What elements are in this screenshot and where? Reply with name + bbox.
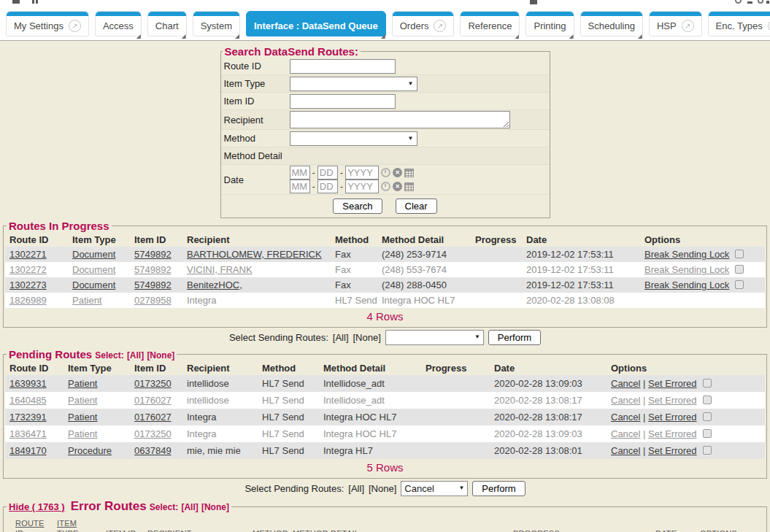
route-id-link[interactable]: 1836471 bbox=[9, 428, 47, 439]
cancel-link[interactable]: Cancel bbox=[611, 412, 640, 423]
item-type-select[interactable]: ▼ bbox=[290, 77, 417, 91]
search-button[interactable]: Search bbox=[333, 198, 382, 214]
clear-date-icon[interactable]: ✕ bbox=[393, 168, 402, 177]
select-all-sending-link[interactable]: [All] bbox=[333, 332, 349, 343]
item-type-link[interactable]: Procedure bbox=[68, 445, 112, 456]
cancel-link[interactable]: Cancel bbox=[611, 428, 640, 439]
tab-enc-types[interactable]: Enc. Types↗ bbox=[708, 11, 770, 36]
select-all-pending-link[interactable]: [All] bbox=[127, 350, 144, 361]
tab-system[interactable]: System bbox=[193, 11, 240, 36]
clear-date-icon[interactable]: ✕ bbox=[393, 182, 402, 191]
item-id-link[interactable]: 5749892 bbox=[134, 280, 172, 290]
item-type-link[interactable]: Patient bbox=[72, 295, 101, 306]
clear-button[interactable]: Clear bbox=[396, 198, 437, 214]
recipient-textarea[interactable] bbox=[290, 111, 510, 128]
tab-scheduling[interactable]: Scheduling bbox=[580, 11, 643, 36]
tab-reference[interactable]: Reference bbox=[460, 11, 520, 36]
tab-hsp[interactable]: HSP↗ bbox=[649, 11, 702, 36]
cancel-link[interactable]: Cancel bbox=[611, 395, 640, 406]
date-end-day-input[interactable] bbox=[317, 180, 338, 193]
pending-action-select[interactable]: Cancel ▼ bbox=[401, 481, 468, 496]
route-id-link[interactable]: 1732391 bbox=[9, 412, 47, 423]
item-id-link[interactable]: 0278958 bbox=[134, 295, 172, 306]
select-none-pending-ctrl-link[interactable]: [None] bbox=[369, 483, 396, 494]
tab-printing[interactable]: Printing bbox=[525, 11, 574, 36]
item-id-link[interactable]: 0176027 bbox=[134, 412, 172, 423]
item-type-link[interactable]: Patient bbox=[68, 428, 97, 439]
recipient-link[interactable]: BARTHOLOMEW, FREDERICK bbox=[187, 249, 322, 260]
set-errored-link[interactable]: Set Errored bbox=[648, 412, 696, 423]
date-start-year-input[interactable] bbox=[345, 166, 379, 180]
row-checkbox[interactable] bbox=[735, 265, 744, 274]
set-errored-link[interactable]: Set Errored bbox=[648, 428, 696, 439]
set-errored-link[interactable]: Set Errored bbox=[648, 395, 696, 406]
item-id-link[interactable]: 0173250 bbox=[134, 378, 172, 389]
row-checkbox[interactable] bbox=[703, 446, 712, 455]
item-id-link[interactable]: 0637849 bbox=[134, 445, 172, 456]
break-sending-lock-link[interactable]: Break Sending Lock bbox=[644, 280, 729, 290]
item-type-link[interactable]: Patient bbox=[68, 412, 97, 423]
item-type-link[interactable]: Document bbox=[72, 280, 115, 290]
select-all-error-link[interactable]: [All] bbox=[181, 502, 198, 512]
external-link-icon[interactable]: ↗ bbox=[69, 20, 81, 32]
item-id-link[interactable]: 5749892 bbox=[134, 264, 172, 275]
row-checkbox[interactable] bbox=[735, 280, 744, 289]
set-errored-link[interactable]: Set Errored bbox=[648, 378, 696, 389]
date-start-month-input[interactable] bbox=[290, 166, 310, 180]
hide-error-routes-link[interactable]: Hide ( 1763 ) bbox=[9, 501, 65, 512]
tab-orders[interactable]: Orders↗ bbox=[392, 11, 455, 36]
calendar-icon[interactable] bbox=[404, 169, 414, 177]
sending-action-select[interactable]: ▼ bbox=[385, 330, 484, 345]
route-id-link[interactable]: 1640485 bbox=[9, 395, 47, 406]
set-errored-link[interactable]: Set Errored bbox=[648, 445, 696, 456]
column-header-item-id[interactable]: ITEM ID bbox=[101, 527, 143, 532]
break-sending-lock-link[interactable]: Break Sending Lock bbox=[644, 249, 729, 260]
select-none-error-link[interactable]: [None] bbox=[201, 502, 229, 512]
route-id-link[interactable]: 1302272 bbox=[9, 264, 47, 275]
calendar-icon[interactable] bbox=[404, 182, 414, 191]
date-end-year-input[interactable] bbox=[345, 180, 379, 193]
clock-icon[interactable] bbox=[381, 168, 390, 177]
external-link-icon[interactable]: ↗ bbox=[434, 20, 446, 32]
column-header-route-id[interactable]: ROUTE ID bbox=[5, 517, 53, 532]
route-id-link[interactable]: 1302271 bbox=[9, 249, 47, 260]
route-id-link[interactable]: 1302273 bbox=[9, 280, 47, 290]
recipient-link[interactable]: BenitezHOC, bbox=[187, 280, 242, 290]
select-none-pending-link[interactable]: [None] bbox=[147, 350, 174, 361]
recipient-link[interactable]: VICINI, FRANK bbox=[187, 264, 253, 275]
row-checkbox[interactable] bbox=[703, 396, 712, 404]
route-id-input[interactable] bbox=[290, 59, 396, 74]
date-start-day-input[interactable] bbox=[317, 166, 338, 180]
cancel-link[interactable]: Cancel bbox=[611, 378, 640, 389]
item-id-link[interactable]: 0176027 bbox=[134, 395, 172, 406]
item-type-link[interactable]: Patient bbox=[68, 395, 97, 406]
column-header-recipient[interactable]: RECIPIENT bbox=[143, 527, 248, 532]
route-id-link[interactable]: 1826989 bbox=[9, 295, 47, 306]
tab-my-settings[interactable]: My Settings↗ bbox=[6, 11, 89, 36]
column-header-method[interactable]: METHOD bbox=[248, 527, 288, 532]
route-id-link[interactable]: 1639931 bbox=[9, 378, 47, 389]
row-checkbox[interactable] bbox=[703, 379, 712, 388]
break-sending-lock-link[interactable]: Break Sending Lock bbox=[644, 264, 729, 275]
item-id-link[interactable]: 5749892 bbox=[134, 249, 172, 260]
perform-sending-button[interactable]: Perform bbox=[488, 330, 541, 345]
column-header-method-detail[interactable]: METHOD DETAIL bbox=[288, 527, 509, 532]
route-id-link[interactable]: 1849170 bbox=[9, 445, 47, 456]
row-checkbox[interactable] bbox=[703, 429, 712, 438]
perform-pending-button[interactable]: Perform bbox=[472, 481, 525, 496]
date-end-month-input[interactable] bbox=[290, 180, 310, 193]
item-type-link[interactable]: Patient bbox=[68, 378, 97, 389]
select-all-pending-ctrl-link[interactable]: [All] bbox=[348, 483, 364, 494]
clock-icon[interactable] bbox=[381, 182, 390, 191]
external-link-icon[interactable]: ↗ bbox=[682, 20, 694, 32]
item-id-link[interactable]: 0173250 bbox=[134, 428, 172, 439]
cancel-link[interactable]: Cancel bbox=[611, 445, 640, 456]
select-none-sending-link[interactable]: [None] bbox=[353, 332, 381, 343]
tab-chart[interactable]: Chart bbox=[147, 11, 187, 36]
tab-interface-datasend-queue[interactable]: Interface : DataSend Queue bbox=[246, 11, 386, 36]
row-checkbox[interactable] bbox=[703, 412, 712, 421]
tab-access[interactable]: Access bbox=[95, 11, 142, 36]
column-header-item-type[interactable]: ITEM TYPE bbox=[53, 517, 101, 532]
item-id-input[interactable] bbox=[290, 94, 396, 109]
item-type-link[interactable]: Document bbox=[72, 249, 115, 260]
